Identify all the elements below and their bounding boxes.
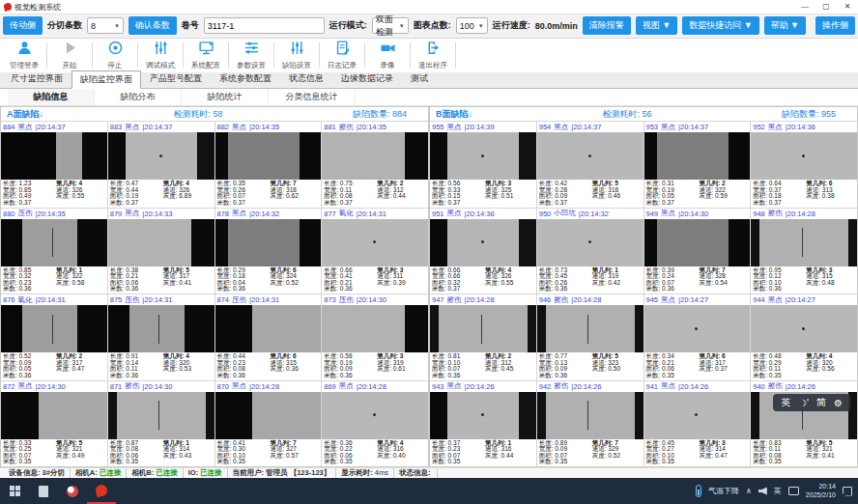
defect-image[interactable] [537, 392, 644, 439]
defect-card[interactable]: 943黑点|20:14:26长度: 0.37宽度: 0.23面积: 0.07米数… [430, 381, 536, 467]
defect-image[interactable] [322, 219, 428, 266]
defect-image[interactable] [1, 219, 107, 266]
defect-image[interactable] [430, 305, 536, 352]
tab-产品型号配置[interactable]: 产品型号配置 [141, 70, 211, 88]
defect-card[interactable]: 954黑点|20:14:37长度: 0.42宽度: 0.28面积: 0.09米数… [537, 122, 644, 208]
ime-settings-icon[interactable]: ⚙ [834, 398, 843, 408]
slit-count-select[interactable]: 8 ▼ [87, 17, 124, 34]
tab-系统参数配置[interactable]: 系统参数配置 [211, 70, 280, 88]
defect-image[interactable] [1, 132, 107, 180]
browser-button[interactable] [58, 478, 87, 504]
panel-title[interactable]: A面缺陷↓ [7, 108, 43, 121]
defect-card[interactable]: 880压伤|20:14:35长度: 0.85宽度: 0.32面积: 0.23米数… [1, 209, 107, 294]
defect-image[interactable] [108, 219, 214, 266]
close-button[interactable]: ✕ [837, 0, 858, 14]
defect-image[interactable] [215, 219, 322, 266]
tab-状态信息[interactable]: 状态信息 [280, 70, 332, 88]
toolbar-button-tune[interactable]: 调试模式 [138, 40, 183, 70]
toolbar-button-user[interactable]: 管理登录 [2, 40, 46, 70]
defect-image[interactable] [322, 132, 428, 180]
subtab-缺陷统计[interactable]: 缺陷统计 [182, 89, 269, 105]
toolbar-button-log[interactable]: 日志记录 [320, 40, 364, 70]
tab-测试[interactable]: 测试 [402, 70, 437, 88]
ime-toolbar[interactable]: 英☽'简⚙ [773, 394, 850, 411]
defect-card[interactable]: 883黑点|20:14:37长度: 0.47宽度: 0.44面积: 0.19米数… [108, 122, 214, 208]
chart-points-select[interactable]: 100 ▼ [456, 17, 488, 34]
defect-image[interactable] [430, 219, 536, 266]
roll-number-input[interactable] [204, 17, 325, 34]
defect-image[interactable] [537, 305, 644, 352]
toolbar-button-exit[interactable]: 退出程序 [411, 40, 455, 70]
subtab-缺陷分布[interactable]: 缺陷分布 [95, 89, 182, 105]
defect-card[interactable]: 874压伤|20:14:31长度: 0.44宽度: 0.23面积: 0.08米数… [215, 294, 322, 380]
subtab-分类信息统计[interactable]: 分类信息统计 [269, 89, 356, 105]
data-quick-access-button[interactable]: 数据快捷访问 ▼ [682, 16, 758, 35]
defect-card[interactable]: 879黑点|20:14:33长度: 0.38宽度: 0.21面积: 0.06米数… [108, 209, 214, 294]
defect-card[interactable]: 869黑点|20:14:28长度: 0.36宽度: 0.22面积: 0.06米数… [322, 381, 428, 467]
defect-image[interactable] [537, 132, 644, 180]
defect-image[interactable] [644, 132, 751, 180]
defect-image[interactable] [215, 305, 322, 352]
defect-card[interactable]: 872黑点|20:14:30长度: 0.33宽度: 0.25面积: 0.07米数… [1, 381, 107, 467]
help-menu-button[interactable]: 帮助 ▼ [764, 16, 806, 35]
defect-image[interactable] [1, 392, 107, 439]
taskbar-clock[interactable]: 20:14 2025/2/10 [806, 483, 836, 500]
defect-image[interactable] [215, 392, 322, 439]
defect-image[interactable] [644, 305, 751, 352]
tab-边缘数据记录[interactable]: 边缘数据记录 [332, 70, 402, 88]
toolbar-button-camera[interactable]: 录像 [365, 40, 410, 70]
defect-card[interactable]: 871擦伤|20:14:30长度: 0.87宽度: 0.08面积: 0.06米数… [108, 381, 214, 467]
defect-image[interactable] [751, 219, 857, 266]
defect-card[interactable]: 875压伤|20:14:31长度: 0.91宽度: 0.14面积: 0.11米数… [108, 294, 214, 380]
tray-expand-chevron[interactable]: ∧ [746, 487, 752, 495]
defect-image[interactable] [1, 305, 107, 352]
defect-card[interactable]: 945黑点|20:14:27长度: 0.34宽度: 0.21面积: 0.06米数… [644, 294, 751, 380]
subtab-缺陷信息[interactable]: 缺陷信息 [8, 89, 95, 105]
defect-card[interactable]: 946擦伤|20:14:28长度: 0.77宽度: 0.13面积: 0.09米数… [537, 294, 644, 380]
tab-缺陷监控界面[interactable]: 缺陷监控界面 [72, 70, 141, 89]
toolbar-button-slidersH[interactable]: 参数设置 [229, 40, 273, 70]
maximize-button[interactable]: ▢ [815, 0, 837, 14]
start-button[interactable] [0, 478, 29, 504]
file-explorer-button[interactable] [29, 478, 58, 504]
ime-moon-icon[interactable]: ☽' [798, 398, 809, 408]
toolbar-button-play[interactable]: 开始 [47, 40, 92, 70]
clear-alarm-button[interactable]: 清除报警 [583, 16, 631, 35]
defect-card[interactable]: 950小凹坑|20:14:32长度: 0.73宽度: 0.45面积: 0.26米… [537, 209, 644, 294]
action-center-icon[interactable] [843, 487, 852, 496]
defect-card[interactable]: 949黑点|20:14:30长度: 0.39宽度: 0.24面积: 0.07米数… [644, 209, 751, 294]
defect-image[interactable] [430, 392, 536, 439]
defect-image[interactable] [108, 392, 214, 439]
defect-card[interactable]: 877氧化|20:14:31长度: 0.66宽度: 0.41面积: 0.21米数… [322, 209, 428, 294]
defect-card[interactable]: 952黑点|20:14:36长度: 0.64宽度: 0.37面积: 0.18米数… [751, 122, 857, 208]
defect-image[interactable] [322, 392, 428, 439]
drive-side-button[interactable]: 传动侧 [3, 16, 43, 35]
inspection-app-button[interactable] [87, 478, 116, 504]
volume-icon[interactable] [758, 488, 767, 495]
defect-card[interactable]: 876氧化|20:14:31长度: 0.52宽度: 0.09面积: 0.05米数… [1, 294, 107, 380]
toolbar-button-monitor[interactable]: 系统配置 [184, 40, 228, 70]
defect-card[interactable]: 951黑点|20:14:36长度: 0.66宽度: 0.66面积: 0.32米数… [430, 209, 536, 294]
defect-card[interactable]: 873压伤|20:14:30长度: 0.58宽度: 0.19面积: 0.09米数… [322, 294, 428, 380]
defect-card[interactable]: 948擦伤|20:14:28长度: 0.95宽度: 0.12面积: 0.10米数… [751, 209, 857, 294]
defect-card[interactable]: 878黑点|20:14:32长度: 0.29宽度: 0.18面积: 0.04米数… [215, 209, 322, 294]
defect-image[interactable] [108, 132, 214, 180]
defect-image[interactable] [108, 305, 214, 352]
weather-thermometer-icon[interactable] [696, 485, 701, 497]
panel-title[interactable]: B面缺陷↓ [436, 108, 472, 121]
run-mode-select[interactable]: 双面检测 ▼ [372, 17, 409, 34]
defect-card[interactable]: 942擦伤|20:14:26长度: 0.89宽度: 0.09面积: 0.07米数… [537, 381, 644, 467]
confirm-count-button[interactable]: 确认条数 [129, 16, 177, 35]
defect-card[interactable]: 881擦伤|20:14:35长度: 0.75宽度: 0.11面积: 0.08米数… [322, 122, 428, 208]
defect-card[interactable]: 947擦伤|20:14:28长度: 0.81宽度: 0.10面积: 0.07米数… [430, 294, 536, 380]
operate-side-button[interactable]: 操作侧 [815, 16, 855, 35]
toolbar-button-slidersV[interactable]: 缺陷设置 [274, 40, 319, 70]
weather-text[interactable]: 气温下降 [708, 486, 739, 496]
defect-card[interactable]: 870黑点|20:14:28长度: 0.41宽度: 0.30面积: 0.10米数… [215, 381, 322, 467]
defect-card[interactable]: 941黑点|20:14:26长度: 0.45宽度: 0.27面积: 0.10米数… [644, 381, 751, 467]
ime-simplified[interactable]: 简 [816, 396, 826, 409]
defect-card[interactable]: 955黑点|20:14:39长度: 0.56宽度: 0.33面积: 0.15米数… [430, 122, 536, 208]
defect-image[interactable] [430, 132, 536, 180]
defect-card[interactable]: 882黑点|20:14:35长度: 0.35宽度: 0.26面积: 0.07米数… [215, 122, 322, 208]
defect-image[interactable] [751, 305, 857, 352]
